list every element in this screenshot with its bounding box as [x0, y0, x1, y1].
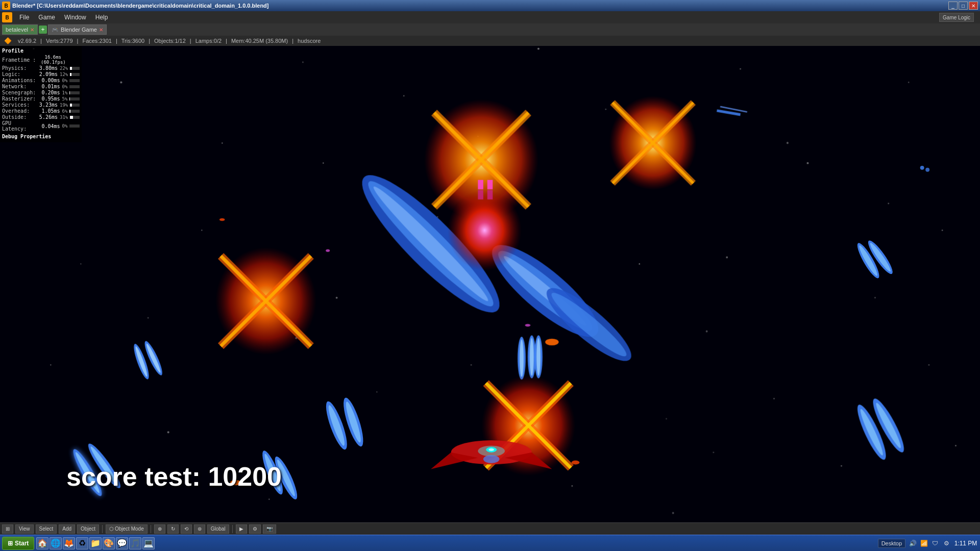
- view-menu[interactable]: View: [15, 524, 34, 534]
- pivot-btn[interactable]: ↻: [167, 524, 179, 534]
- faces-label: Faces:2301: [82, 38, 111, 44]
- svg-point-17: [874, 297, 876, 298]
- profile-panel: Profile Frametime : 16.6ms (60.1fps) Phy…: [0, 46, 82, 142]
- svg-point-35: [148, 317, 149, 319]
- maximize-btn[interactable]: □: [959, 2, 968, 10]
- explosion-3: [215, 247, 316, 355]
- add-tab-btn[interactable]: +: [39, 26, 47, 34]
- transform-btn[interactable]: ⟲: [181, 524, 192, 534]
- svg-point-27: [726, 256, 728, 258]
- menu-help[interactable]: Help: [91, 13, 112, 22]
- svg-point-20: [572, 485, 573, 487]
- game-viewport: Profile Frametime : 16.6ms (60.1fps) Phy…: [0, 46, 980, 522]
- svg-point-5: [537, 47, 540, 49]
- mode-label: Object Mode: [115, 526, 144, 532]
- start-icon: ⊞: [8, 540, 13, 547]
- svg-rect-95: [478, 180, 483, 189]
- svg-point-114: [545, 339, 558, 345]
- object-menu[interactable]: Object: [77, 524, 99, 534]
- tab-blender-game[interactable]: 🎮 Blender Game ✕: [48, 24, 107, 35]
- mode-selector-bottom[interactable]: ⬡ Object Mode: [106, 524, 148, 534]
- enemy-small-3: [525, 324, 531, 327]
- svg-point-109: [488, 448, 494, 451]
- profile-services: Services: 3.23ms 19%: [2, 102, 80, 108]
- svg-point-31: [376, 391, 378, 393]
- separator: |: [116, 38, 117, 44]
- profile-network: Network: 0.01ms 0%: [2, 84, 80, 89]
- separator-3: [232, 525, 233, 533]
- svg-point-112: [326, 249, 330, 252]
- menu-window[interactable]: Window: [60, 13, 90, 22]
- svg-point-30: [222, 142, 223, 144]
- svg-point-11: [201, 230, 203, 231]
- blue-bolt-vc1: [518, 337, 526, 380]
- svg-point-6: [605, 109, 606, 110]
- taskbar-right: Desktop 🔊 📶 🛡 ⚙ 1:11 PM: [878, 539, 978, 548]
- svg-point-116: [572, 460, 580, 464]
- svg-point-111: [219, 218, 225, 221]
- network-icon[interactable]: 📶: [920, 539, 928, 547]
- mem-label: Mem:40.25M (35.80M): [231, 38, 288, 44]
- settings-btn[interactable]: ⚙: [249, 524, 261, 534]
- explosion-2: [609, 96, 696, 190]
- taskbar-app-home[interactable]: 🏠: [36, 537, 48, 549]
- play-btn[interactable]: ▶: [236, 524, 247, 534]
- manipulator-btn[interactable]: ⊛: [194, 524, 205, 534]
- lamps-label: Lamps:0/2: [195, 38, 222, 44]
- transform-space[interactable]: Global: [207, 524, 229, 534]
- profile-gpu-latency: GPU Latency: 0.04ms 0%: [2, 120, 80, 132]
- svg-point-119: [920, 166, 924, 170]
- blue-bolt-vc3: [534, 335, 543, 378]
- tab-blender-game-label: Blender Game: [61, 27, 97, 33]
- tab-betalevel-label: betalevel: [6, 27, 28, 33]
- taskbar-app-ie[interactable]: 🌐: [50, 537, 62, 549]
- svg-point-74: [520, 339, 524, 377]
- snap-btn[interactable]: ⊕: [154, 524, 165, 534]
- speaker-icon[interactable]: 🔊: [909, 539, 917, 547]
- profile-scenegraph: Scenegraph: 0.20ms 1%: [2, 90, 80, 95]
- svg-point-13: [471, 364, 472, 366]
- profile-rasterizer: Rasterizer: 0.95ms 5%: [2, 96, 80, 102]
- svg-point-19: [268, 499, 270, 500]
- blender-game-icon: 🎮: [52, 27, 59, 33]
- menu-file[interactable]: File: [15, 13, 33, 22]
- taskbar-app-folder[interactable]: 📁: [89, 537, 102, 549]
- select-menu[interactable]: Select: [36, 524, 57, 534]
- separator: |: [149, 38, 150, 44]
- score-display: score test: 10200: [66, 461, 282, 492]
- taskbar-app-firefox[interactable]: 🦊: [63, 537, 75, 549]
- tab-betalevel[interactable]: betalevel ✕: [2, 24, 38, 35]
- close-btn[interactable]: ✕: [969, 2, 978, 10]
- taskbar-apps: 🏠 🌐 🦊 ♻ 📁 🎨 💬 🎵 💻: [36, 537, 155, 549]
- start-button[interactable]: ⊞ Start: [2, 537, 34, 550]
- taskbar-app-media[interactable]: 🎵: [129, 537, 141, 549]
- system-icon[interactable]: ⚙: [942, 539, 950, 547]
- minimize-btn[interactable]: _: [948, 2, 958, 10]
- objects-label: Objects:1/12: [154, 38, 186, 44]
- viewport-icon[interactable]: ⊞: [2, 524, 13, 534]
- profile-animations: Animations: 0.00ms 0%: [2, 78, 80, 83]
- svg-rect-98: [487, 190, 493, 199]
- start-label: Start: [15, 540, 29, 547]
- svg-point-25: [323, 162, 324, 164]
- profile-title: Profile: [2, 48, 80, 54]
- blender-icon: B: [2, 2, 10, 10]
- svg-point-8: [806, 162, 808, 164]
- enemy-small-4: [545, 339, 558, 345]
- taskbar-app-recycle[interactable]: ♻: [76, 537, 88, 549]
- svg-point-28: [928, 364, 929, 366]
- desktop-button[interactable]: Desktop: [878, 539, 905, 548]
- taskbar-app-messenger[interactable]: 💬: [116, 537, 128, 549]
- menu-game[interactable]: Game: [34, 13, 59, 22]
- tab-blender-close[interactable]: ✕: [99, 27, 103, 33]
- svg-point-22: [841, 465, 842, 467]
- tab-betalevel-close[interactable]: ✕: [30, 27, 34, 33]
- add-menu[interactable]: Add: [59, 524, 75, 534]
- separator: |: [292, 38, 293, 44]
- taskbar-app-terminal[interactable]: 💻: [142, 537, 155, 549]
- profile-overhead: Overhead: 1.05ms 6%: [2, 108, 80, 114]
- render-btn[interactable]: 📷: [263, 524, 276, 534]
- mode-selector[interactable]: Game Logic: [939, 13, 974, 22]
- taskbar-app-blender[interactable]: 🎨: [103, 537, 115, 549]
- security-icon[interactable]: 🛡: [931, 539, 939, 547]
